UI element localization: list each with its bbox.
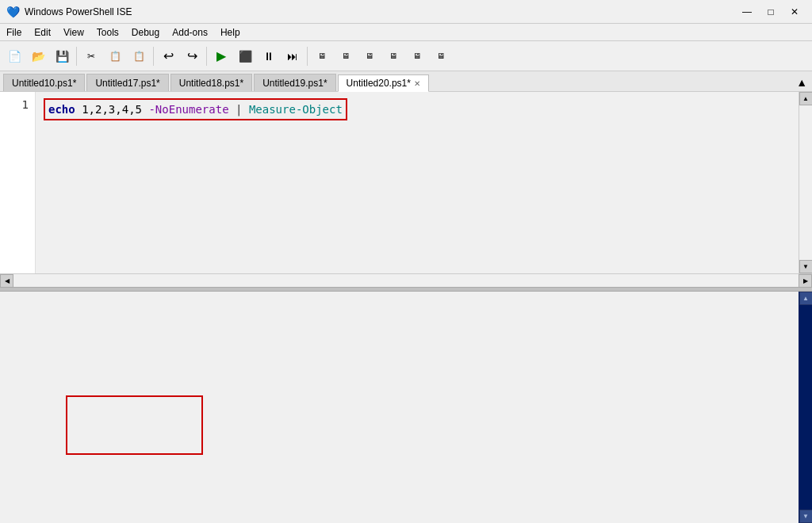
maximize-button[interactable]: □ — [760, 3, 782, 21]
console-count-label: Count — [138, 418, 171, 431]
tabs-bar: Untitled10.ps1* Untitled17.ps1* Untitled… — [0, 71, 812, 92]
toolbar-cmd4[interactable]: 🖥 — [382, 45, 404, 67]
editor-content[interactable]: echo 1,2,3,4,5 -NoEnumerate | Measure-Ob… — [36, 92, 799, 273]
h-scroll-left[interactable]: ◀ — [0, 274, 13, 288]
save-btn[interactable]: 💾 — [51, 45, 73, 67]
toolbar-cmd5[interactable]: 🖥 — [406, 45, 428, 67]
toolbar-cmd6[interactable]: 🖥 — [430, 45, 452, 67]
step-over-btn[interactable]: ⏭ — [282, 45, 304, 67]
run-btn[interactable]: ▶ — [210, 45, 232, 67]
editor-scrollbar: ▲ ▼ — [799, 92, 812, 273]
console-average-line: Average : — [13, 474, 786, 523]
editor-scroll-down[interactable]: ▼ — [799, 260, 813, 273]
console-command: echo 1,2,3,4,5 -NoEnumerate | Measure-Ob… — [227, 323, 521, 335]
tab-untitled17[interactable]: Untitled17.ps1* — [86, 74, 168, 91]
app-icon: 💙 — [6, 6, 20, 18]
cut-btn[interactable]: ✂ — [80, 45, 102, 67]
code-line-1: echo 1,2,3,4,5 -NoEnumerate | Measure-Ob… — [44, 98, 791, 120]
code-echo: echo — [48, 103, 75, 116]
editor-wrapper: 1 echo 1,2,3,4,5 -NoEnumerate | Measure-… — [0, 92, 812, 287]
main-layout: 1 echo 1,2,3,4,5 -NoEnumerate | Measure-… — [0, 92, 812, 523]
line-numbers: 1 — [0, 92, 36, 273]
editor-main: 1 echo 1,2,3,4,5 -NoEnumerate | Measure-… — [0, 92, 812, 273]
copy-btn[interactable]: 📋 — [104, 45, 126, 67]
tab-label-untitled17: Untitled17.ps1* — [95, 78, 159, 89]
tab-untitled20[interactable]: Untitled20.ps1* ✕ — [338, 74, 429, 92]
code-args: 1,2,3,4,5 — [75, 103, 149, 116]
tab-untitled10[interactable]: Untitled10.ps1* — [3, 74, 85, 91]
console-count-sep: : — [171, 418, 191, 431]
console-scroll-up[interactable]: ▲ — [799, 292, 813, 305]
tab-label-untitled10: Untitled10.ps1* — [12, 78, 76, 89]
menu-tools[interactable]: Tools — [90, 25, 125, 40]
console-count-line: Count : 1 — [13, 376, 786, 474]
console-cmd-line: PS C:\Users\powershell> echo 1,2,3,4,5 -… — [13, 301, 786, 357]
title-bar: 💙 Windows PowerShell ISE — □ ✕ — [0, 0, 812, 24]
open-file-btn[interactable]: 📂 — [27, 45, 49, 67]
console-scroll-down[interactable]: ▼ — [799, 510, 813, 523]
stop-btn[interactable]: ⬛ — [234, 45, 256, 67]
paste-btn[interactable]: 📋 — [128, 45, 150, 67]
console-count-value: 1 — [191, 418, 197, 431]
line-number-1: 1 — [0, 98, 29, 111]
title-bar-left: 💙 Windows PowerShell ISE — [6, 6, 132, 18]
undo-btn[interactable]: ↩ — [157, 45, 179, 67]
toolbar-sep-2 — [153, 47, 154, 66]
menu-bar: File Edit View Tools Debug Add-ons Help — [0, 24, 812, 41]
menu-file[interactable]: File — [0, 25, 28, 40]
tab-label-untitled18: Untitled18.ps1* — [179, 78, 243, 89]
toolbar-sep-3 — [206, 47, 207, 66]
console-scrollbar: ▲ ▼ — [799, 292, 812, 523]
console-count-box: Count : 1 — [66, 395, 202, 455]
tab-close-untitled20[interactable]: ✕ — [414, 79, 420, 88]
console-wrapper: PS C:\Users\powershell> echo 1,2,3,4,5 -… — [0, 292, 812, 523]
toolbar-cmd1[interactable]: 🖥 — [311, 45, 333, 67]
toolbar-sep-1 — [76, 47, 77, 66]
tabs-scroll-up[interactable]: ▲ — [791, 74, 812, 91]
menu-view[interactable]: View — [57, 25, 90, 40]
tab-untitled19[interactable]: Untitled19.ps1* — [254, 74, 335, 91]
tab-untitled18[interactable]: Untitled18.ps1* — [170, 74, 252, 91]
menu-help[interactable]: Help — [214, 25, 247, 40]
menu-addons[interactable]: Add-ons — [166, 25, 214, 40]
code-highlight-box: echo 1,2,3,4,5 -NoEnumerate | Measure-Ob… — [44, 98, 347, 120]
pause-btn[interactable]: ⏸ — [258, 45, 280, 67]
console-prompt-1: PS C:\Users\powershell> — [66, 323, 226, 335]
console-content: PS C:\Users\powershell> echo 1,2,3,4,5 -… — [0, 292, 799, 523]
title-bar-controls: — □ ✕ — [736, 3, 806, 21]
title-bar-text: Windows PowerShell ISE — [25, 6, 132, 17]
new-file-btn[interactable]: 📄 — [3, 45, 25, 67]
toolbar-cmd3[interactable]: 🖥 — [358, 45, 381, 67]
editor-scroll-up[interactable]: ▲ — [799, 92, 813, 105]
code-noenum: -NoEnumerate — [148, 103, 228, 116]
code-pipe: | — [229, 103, 249, 116]
console-scroll-track[interactable] — [799, 305, 812, 510]
redo-btn[interactable]: ↪ — [181, 45, 203, 67]
h-scroll-right[interactable]: ▶ — [799, 274, 812, 288]
console-blank-1 — [13, 357, 786, 376]
editor-h-scrollbar[interactable]: ◀ ▶ — [0, 273, 812, 287]
minimize-button[interactable]: — — [736, 3, 758, 21]
toolbar: 📄 📂 💾 ✂ 📋 📋 ↩ ↪ ▶ ⬛ ⏸ ⏭ 🖥 🖥 🖥 🖥 🖥 🖥 — [0, 41, 812, 71]
console-average-sep: : — [113, 495, 126, 508]
toolbar-sep-4 — [307, 47, 308, 66]
console-average-label: Average — [66, 495, 113, 508]
tab-label-untitled20: Untitled20.ps1* — [347, 78, 411, 89]
editor-scroll-track[interactable] — [799, 105, 812, 260]
toolbar-cmd2[interactable]: 🖥 — [335, 45, 357, 67]
menu-edit[interactable]: Edit — [28, 25, 57, 40]
close-button[interactable]: ✕ — [783, 3, 806, 21]
menu-debug[interactable]: Debug — [125, 25, 166, 40]
tab-label-untitled19: Untitled19.ps1* — [262, 78, 327, 89]
code-measure: Measure-Object — [249, 103, 343, 116]
